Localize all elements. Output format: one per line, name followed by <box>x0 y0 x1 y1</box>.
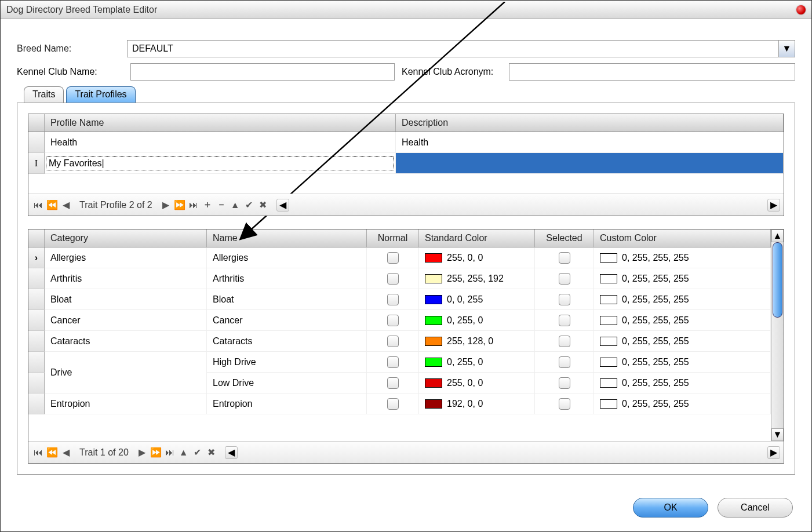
scroll-down-icon[interactable]: ▼ <box>771 428 784 441</box>
breed-name-dropdown-button[interactable]: ▼ <box>778 41 795 57</box>
cell-normal[interactable] <box>367 331 419 352</box>
col-custom-color[interactable]: Custom Color <box>594 229 771 247</box>
table-row[interactable]: DriveHigh Drive0, 255, 00, 255, 255, 255 <box>28 352 771 373</box>
cell-standard-color[interactable]: 0, 0, 255 <box>419 289 535 310</box>
kennel-club-acronym-input[interactable] <box>509 63 795 81</box>
cell-category[interactable]: Cataracts <box>45 331 207 352</box>
nav-next-icon[interactable]: ▶ <box>136 446 148 460</box>
edit-up-icon[interactable]: ▲ <box>177 446 190 460</box>
cell-name[interactable]: High Drive <box>207 352 367 373</box>
cell-custom-color[interactable]: 0, 255, 255, 255 <box>594 289 771 310</box>
commit-icon[interactable]: ✔ <box>243 198 256 212</box>
cancel-edit-icon[interactable]: ✖ <box>257 198 270 212</box>
tab-trait-profiles[interactable]: Trait Profiles <box>66 86 135 103</box>
col-name[interactable]: Name <box>207 229 367 247</box>
cell-standard-color[interactable]: 255, 0, 0 <box>419 373 535 393</box>
nav-next-icon[interactable]: ▶ <box>159 198 172 212</box>
breed-name-combo[interactable]: ▼ <box>127 40 795 57</box>
col-description[interactable]: Description <box>396 114 784 132</box>
table-row[interactable]: EntropionEntropion192, 0, 00, 255, 255, … <box>28 393 771 414</box>
traits-h-scrollbar[interactable]: ◀ ▶ <box>225 446 780 459</box>
normal-checkbox[interactable] <box>387 273 399 285</box>
cell-description[interactable] <box>396 153 784 174</box>
cell-custom-color[interactable]: 0, 255, 255, 255 <box>594 352 771 373</box>
cell-category[interactable]: Cancer <box>45 310 207 331</box>
nav-last-icon[interactable]: ⏭ <box>187 198 200 212</box>
col-selected[interactable]: Selected <box>535 229 594 247</box>
cell-name[interactable]: Allergies <box>207 247 367 268</box>
scroll-right-icon[interactable]: ▶ <box>767 199 780 212</box>
cell-name[interactable]: Low Drive <box>207 373 367 393</box>
table-row[interactable]: CataractsCataracts255, 128, 00, 255, 255… <box>28 331 771 352</box>
cell-normal[interactable] <box>367 268 419 289</box>
cell-name[interactable]: Bloat <box>207 289 367 310</box>
cell-category[interactable]: Bloat <box>45 289 207 310</box>
scroll-thumb[interactable] <box>773 242 782 318</box>
normal-checkbox[interactable] <box>387 336 399 347</box>
normal-checkbox[interactable] <box>387 294 399 305</box>
cell-custom-color[interactable]: 0, 255, 255, 255 <box>594 373 771 393</box>
cell-normal[interactable] <box>367 247 419 268</box>
selected-checkbox[interactable] <box>559 315 570 326</box>
nav-prev-icon[interactable]: ◀ <box>60 446 72 460</box>
cell-standard-color[interactable]: 0, 255, 0 <box>419 310 535 331</box>
table-row[interactable]: HealthHealth <box>28 132 784 153</box>
scroll-up-icon[interactable]: ▲ <box>771 229 784 242</box>
cell-normal[interactable] <box>367 310 419 331</box>
tab-traits[interactable]: Traits <box>24 86 64 103</box>
cell-standard-color[interactable]: 255, 255, 192 <box>419 268 535 289</box>
cell-description[interactable]: Health <box>396 132 784 153</box>
cell-custom-color[interactable]: 0, 255, 255, 255 <box>594 393 771 414</box>
cancel-edit-icon[interactable]: ✖ <box>205 446 218 460</box>
cell-standard-color[interactable]: 0, 255, 0 <box>419 352 535 373</box>
normal-checkbox[interactable] <box>387 315 399 326</box>
edit-up-icon[interactable]: ▲ <box>229 198 242 212</box>
scroll-left-icon[interactable]: ◀ <box>276 199 289 212</box>
cell-normal[interactable] <box>367 393 419 414</box>
cell-custom-color[interactable]: 0, 255, 255, 255 <box>594 310 771 331</box>
close-icon[interactable] <box>796 5 806 14</box>
scroll-right-icon[interactable]: ▶ <box>767 446 780 459</box>
nav-next-page-icon[interactable]: ⏩ <box>150 446 162 460</box>
col-category[interactable]: Category <box>45 229 207 247</box>
col-normal[interactable]: Normal <box>367 229 419 247</box>
scroll-left-icon[interactable]: ◀ <box>225 446 238 459</box>
cell-custom-color[interactable]: 0, 255, 255, 255 <box>594 247 771 268</box>
normal-checkbox[interactable] <box>387 252 399 264</box>
nav-last-icon[interactable]: ⏭ <box>163 446 176 460</box>
cell-normal[interactable] <box>367 352 419 373</box>
cell-normal[interactable] <box>367 373 419 393</box>
table-row[interactable]: ›AllergiesAllergies255, 0, 00, 255, 255,… <box>28 247 771 268</box>
cell-name[interactable]: Cancer <box>207 310 367 331</box>
profiles-h-scrollbar[interactable]: ◀ ▶ <box>276 199 780 212</box>
cell-selected[interactable] <box>535 310 594 331</box>
add-icon[interactable]: ＋ <box>201 198 214 212</box>
remove-icon[interactable]: － <box>215 198 228 212</box>
table-row[interactable]: IMy Favorites| <box>28 153 784 174</box>
col-standard-color[interactable]: Standard Color <box>419 229 535 247</box>
table-row[interactable]: ArthritisArthritis255, 255, 1920, 255, 2… <box>28 268 771 289</box>
cell-name[interactable]: Cataracts <box>207 331 367 352</box>
selected-checkbox[interactable] <box>559 273 570 285</box>
commit-icon[interactable]: ✔ <box>191 446 204 460</box>
profile-name-editor[interactable]: My Favorites| <box>46 156 394 170</box>
cell-normal[interactable] <box>367 289 419 310</box>
cell-selected[interactable] <box>535 373 594 393</box>
cell-standard-color[interactable]: 192, 0, 0 <box>419 393 535 414</box>
traits-v-scrollbar[interactable]: ▲ ▼ <box>771 229 784 441</box>
cell-custom-color[interactable]: 0, 255, 255, 255 <box>594 268 771 289</box>
cell-selected[interactable] <box>535 268 594 289</box>
normal-checkbox[interactable] <box>387 377 399 389</box>
cell-category[interactable]: Entropion <box>45 393 207 414</box>
cell-selected[interactable] <box>535 289 594 310</box>
cell-category[interactable]: Arthritis <box>45 268 207 289</box>
table-row[interactable]: CancerCancer0, 255, 00, 255, 255, 255 <box>28 310 771 331</box>
cancel-button[interactable]: Cancel <box>718 498 793 518</box>
cell-selected[interactable] <box>535 352 594 373</box>
cell-name[interactable]: Arthritis <box>207 268 367 289</box>
cell-custom-color[interactable]: 0, 255, 255, 255 <box>594 331 771 352</box>
nav-next-page-icon[interactable]: ⏩ <box>173 198 186 212</box>
cell-name[interactable]: Entropion <box>207 393 367 414</box>
table-row[interactable]: BloatBloat0, 0, 2550, 255, 255, 255 <box>28 289 771 310</box>
breed-name-input[interactable] <box>128 41 778 57</box>
